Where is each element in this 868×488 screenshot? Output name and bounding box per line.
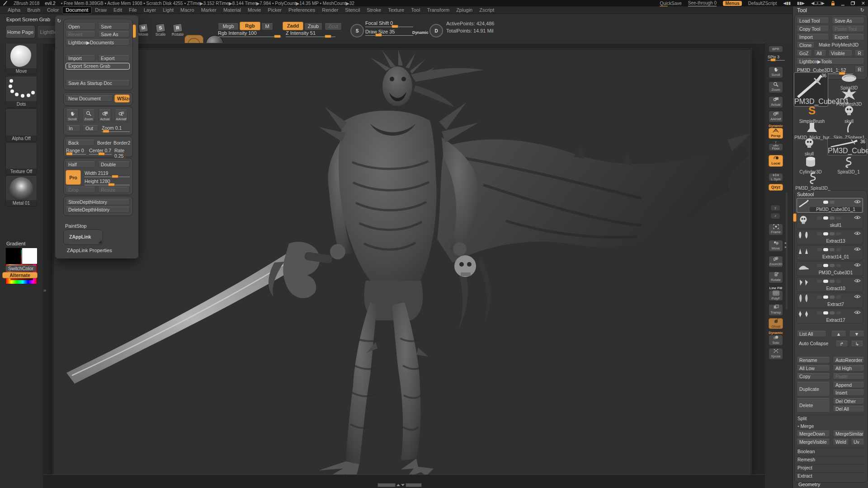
ghost-toggle[interactable]: Ghost xyxy=(769,318,783,329)
mrgb-toggle[interactable]: Mrgb xyxy=(218,23,239,30)
menu-stencil[interactable]: Stencil xyxy=(342,7,363,14)
horizontal-scrollbar[interactable] xyxy=(377,483,423,487)
goz-r-button[interactable]: R xyxy=(854,50,864,56)
make-polymesh3d-button[interactable]: Make PolyMesh3D xyxy=(816,42,865,48)
lock-icon[interactable] xyxy=(831,1,835,6)
local-toggle[interactable]: Local xyxy=(769,155,783,167)
delete-button[interactable]: Delete xyxy=(797,398,830,413)
load-tool-button[interactable]: Load Tool xyxy=(797,18,829,24)
scroll-doc-button[interactable]: Scroll xyxy=(769,66,783,78)
paste-subtool-button[interactable]: Paste xyxy=(833,373,864,380)
half-button[interactable]: Half xyxy=(66,161,95,168)
subtool-up-button[interactable]: ▲ xyxy=(831,331,846,337)
gradient-label[interactable]: Gradient xyxy=(6,241,25,246)
zoom-out-button[interactable]: Out xyxy=(83,125,98,131)
collapse-down-arrow-button[interactable]: ↳ xyxy=(851,341,863,347)
m-toggle[interactable]: M xyxy=(261,23,273,30)
tool-thumb[interactable]: S SimpleBrush xyxy=(794,105,830,124)
menu-layer[interactable]: Layer xyxy=(141,7,160,14)
scroll-up-arrow-icon[interactable] xyxy=(396,484,400,486)
doc-scroll-button[interactable]: Scroll xyxy=(66,109,79,122)
lightbox-documents-button[interactable]: Lightbox▶Documents xyxy=(66,39,130,46)
restore-icon[interactable] xyxy=(851,1,855,5)
subtool-row[interactable]: Extract10 xyxy=(797,277,863,292)
import-button[interactable]: Import xyxy=(66,55,95,61)
tool-thumb[interactable]: Skin_ZSphere1 xyxy=(831,122,867,140)
crop-button[interactable]: Crop xyxy=(66,187,95,193)
rotate-3d-button[interactable]: Rotate xyxy=(769,272,783,283)
geometry-header[interactable]: Geometry xyxy=(798,482,820,487)
tool-r-button[interactable]: R xyxy=(854,66,864,73)
rename-button[interactable]: Rename xyxy=(797,357,830,363)
menu-macro[interactable]: Macro xyxy=(177,7,198,14)
z-intensity-slider[interactable]: Z Intensity 51 xyxy=(286,30,335,36)
menu-document[interactable]: Document xyxy=(62,7,91,14)
menu-stroke[interactable]: Stroke xyxy=(363,7,384,14)
pro-toggle[interactable]: Pro xyxy=(66,170,81,185)
subtool-row[interactable]: PM3D_Cube3D1_1 xyxy=(797,198,863,213)
zoom-3d-button[interactable]: Zoom3D xyxy=(769,256,783,267)
panel-divider-arrows-icon[interactable]: ▸▸ xyxy=(785,241,787,249)
insert-button[interactable]: Insert xyxy=(833,389,864,396)
merge-visible-button[interactable]: MergeVisible xyxy=(797,439,830,445)
menu-texture[interactable]: Texture xyxy=(385,7,407,14)
zadd-toggle[interactable]: Zadd xyxy=(283,22,303,30)
hscroll-right-segment[interactable] xyxy=(406,483,422,487)
dynamic-persp-label[interactable]: Dynamic xyxy=(767,124,784,128)
menu-zscript[interactable]: Zscript xyxy=(476,7,497,14)
brush-preview-tile[interactable]: Move xyxy=(5,43,37,75)
sculpt-model[interactable] xyxy=(54,49,751,474)
revert-button[interactable]: Revert xyxy=(66,31,95,38)
zapplink-button[interactable]: ZAppLink xyxy=(63,230,103,245)
export-screen-grab-button[interactable]: Export Screen Grab xyxy=(66,63,130,70)
double-button[interactable]: Double xyxy=(98,161,130,168)
all-high-button[interactable]: All High xyxy=(833,365,864,371)
subtool-row[interactable]: Extract13 xyxy=(797,230,863,244)
polyf-toggle[interactable]: PolyF xyxy=(769,290,783,301)
aahalf-doc-button[interactable]: AAHalf xyxy=(769,111,783,122)
scale-gizmo-button[interactable]: SScale xyxy=(153,24,168,37)
tool-export-button[interactable]: Export xyxy=(832,34,864,40)
draw-size-slider[interactable]: Draw Size 35 xyxy=(365,29,413,34)
home-page-button[interactable]: Home Page xyxy=(5,25,35,38)
weld-button[interactable]: Weld xyxy=(833,439,849,445)
open-button[interactable]: Open xyxy=(66,23,95,30)
all-low-button[interactable]: All Low xyxy=(797,365,830,371)
lightbox-tools-button[interactable]: Lightbox▶Tools xyxy=(797,58,864,65)
tool-thumb-badged[interactable]: 36 PM3D_Cube3D1 xyxy=(827,138,867,155)
zcut-toggle[interactable]: Zcut xyxy=(325,23,342,30)
collapse-left-shelf-icon[interactable]: ◀▮▮ xyxy=(783,1,791,5)
subtool-row[interactable]: Extract17 xyxy=(797,309,863,324)
save-as-button[interactable]: Save As xyxy=(98,31,130,38)
visibility-eye-icon[interactable] xyxy=(854,231,861,235)
alternate-button[interactable]: Alternate xyxy=(2,272,38,278)
paintstop-item[interactable]: PaintStop xyxy=(65,223,87,229)
merge-down-button[interactable]: MergeDown xyxy=(797,431,830,437)
stroke-preview-tile[interactable]: Dots xyxy=(5,76,37,108)
wsize-toggle[interactable]: WSize xyxy=(114,94,130,103)
switch-color-button[interactable]: SwitchColor xyxy=(5,265,36,272)
visibility-eye-icon[interactable] xyxy=(854,216,861,220)
delete-depth-history-button[interactable]: DeleteDepthHistory xyxy=(66,206,130,213)
clone-button[interactable]: Clone xyxy=(797,42,815,48)
project-section[interactable]: Project xyxy=(796,464,864,471)
alpha-tile[interactable]: Alpha Off xyxy=(5,108,37,142)
uv-button[interactable]: Uv xyxy=(851,439,864,445)
tool-thumb[interactable]: skull xyxy=(832,105,866,124)
subtool-row[interactable]: Extract7 xyxy=(797,293,863,308)
width-slider[interactable]: Width 2119 xyxy=(85,170,130,176)
copy-subtool-button[interactable]: Copy xyxy=(797,373,830,380)
scroll-down-arrow-icon[interactable] xyxy=(401,484,405,486)
doc-aahalf-button[interactable]: AAHalf xyxy=(115,109,127,122)
main-color-swatch[interactable] xyxy=(5,248,21,264)
del-other-button[interactable]: Del Other xyxy=(833,398,864,404)
document-area[interactable] xyxy=(53,49,751,475)
subtool-toggle[interactable] xyxy=(830,201,835,204)
menu-material[interactable]: Material xyxy=(220,7,244,14)
visibility-eye-icon[interactable] xyxy=(854,247,861,251)
visibility-eye-icon[interactable] xyxy=(854,263,861,267)
menu-marker[interactable]: Marker xyxy=(198,7,220,14)
border2-button[interactable]: Border2 xyxy=(113,140,130,145)
see-through-slider[interactable]: See-through 0 xyxy=(688,0,717,6)
secondary-color-swatch[interactable] xyxy=(22,248,38,264)
